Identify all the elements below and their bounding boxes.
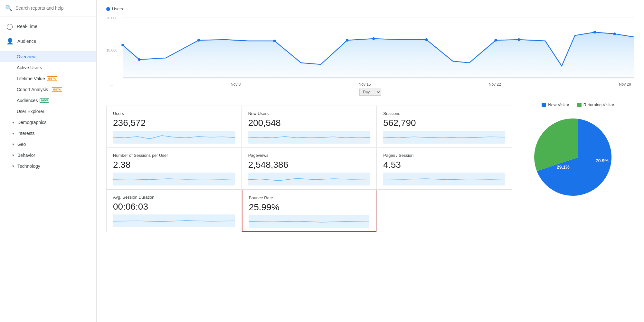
sidebar-item-interests[interactable]: ▼ Interests — [0, 128, 96, 139]
sparkline-new-users — [248, 131, 370, 144]
x-label-nov15: Nov 15 — [359, 82, 371, 87]
line-chart-container: 20,000 10,000 — [106, 14, 634, 79]
search-icon: 🔍 — [5, 5, 12, 12]
chevron-technology: ▼ — [12, 165, 15, 168]
sparkline-bounce-rate — [249, 215, 370, 228]
stats-grid-mid: Number of Sessions per User 2.38 Pagevie… — [106, 147, 512, 189]
sparkline-avg-session-duration — [113, 214, 235, 227]
stat-label-pages-per-session: Pages / Session — [383, 153, 505, 158]
svg-point-8 — [346, 39, 348, 42]
chevron-interests: ▼ — [12, 132, 15, 135]
svg-point-11 — [494, 39, 497, 42]
returning-visitor-pct-label: 29.1% — [557, 165, 570, 170]
sidebar-item-audiences[interactable]: Audiences NEW — [0, 95, 96, 106]
x-label-nov8: Nov 8 — [231, 82, 241, 87]
stat-label-pageviews: Pageviews — [248, 153, 370, 158]
main-content: Users 20,000 10,000 — [97, 0, 644, 322]
bottom-area: Users 236,572 New Users 200,548 — [97, 99, 644, 239]
sub-nav: Overview Active Users Lifetime Value BET… — [0, 51, 96, 117]
sidebar-item-demographics[interactable]: ▼ Demographics — [0, 117, 96, 128]
stats-grid-top: Users 236,572 New Users 200,548 — [106, 106, 512, 147]
stat-card-new-users: New Users 200,548 — [242, 106, 377, 147]
sidebar-item-overview[interactable]: Overview — [0, 51, 96, 62]
new-visitor-pct-label: 70.9% — [596, 158, 609, 163]
sidebar-item-realtime[interactable]: ◯ Real-Time — [0, 19, 96, 34]
date-range-select[interactable]: Day Week Month — [359, 89, 381, 96]
sidebar-item-audience-label: Audience — [17, 39, 36, 44]
sidebar-item-lifetime-value[interactable]: Lifetime Value BETA — [0, 73, 96, 84]
sidebar-item-technology[interactable]: ▼ Technology — [0, 161, 96, 172]
sidebar-item-active-users[interactable]: Active Users — [0, 62, 96, 73]
search-input[interactable] — [15, 5, 91, 11]
nav-section: ◯ Real-Time 👤 Audience — [0, 16, 96, 51]
sidebar-item-user-explorer[interactable]: User Explorer — [0, 106, 96, 117]
x-label-start: ... — [109, 82, 113, 87]
stat-value-bounce-rate: 25.99% — [249, 202, 370, 213]
sidebar-item-geo[interactable]: ▼ Geo — [0, 139, 96, 150]
stat-card-avg-session-duration: Avg. Session Duration 00:06:03 — [107, 190, 242, 232]
stat-label-bounce-rate: Bounce Rate — [249, 195, 370, 200]
collapsible-nav: ▼ Demographics ▼ Interests ▼ Geo ▼ Behav… — [0, 117, 96, 172]
stat-value-new-users: 200,548 — [248, 118, 370, 128]
svg-point-10 — [425, 38, 428, 41]
returning-visitor-label: Returning Visitor — [583, 102, 614, 107]
stat-card-pages-per-session: Pages / Session 4.53 — [377, 148, 512, 189]
stats-section: Users 236,572 New Users 200,548 — [97, 99, 522, 239]
stats-grid-bottom: Avg. Session Duration 00:06:03 Bounce Ra… — [106, 189, 512, 232]
beta-badge-lifetime: BETA — [47, 76, 57, 81]
svg-point-5 — [138, 58, 140, 61]
sparkline-sessions-per-user — [113, 173, 235, 185]
line-chart: 20,000 10,000 — [106, 14, 634, 79]
stat-label-sessions-per-user: Number of Sessions per User — [113, 153, 235, 158]
sidebar-item-realtime-label: Real-Time — [17, 24, 37, 29]
svg-point-14 — [613, 33, 616, 35]
audience-icon: 👤 — [6, 38, 14, 45]
users-legend-label: Users — [112, 6, 123, 11]
returning-visitor-dot — [577, 103, 582, 107]
beta-badge-cohort: BETA — [52, 87, 62, 92]
legend-returning-visitor: Returning Visitor — [577, 102, 614, 107]
date-selector: Day Week Month — [106, 89, 634, 96]
sidebar-item-behavior[interactable]: ▼ Behavior — [0, 150, 96, 161]
chart-x-labels: ... Nov 8 Nov 15 Nov 22 Nov 29 — [106, 82, 634, 87]
stat-card-sessions: Sessions 562,790 — [377, 106, 512, 147]
stat-value-sessions-per-user: 2.38 — [113, 160, 235, 170]
chevron-demographics: ▼ — [12, 121, 15, 124]
stats-column: Users 236,572 New Users 200,548 — [97, 99, 522, 239]
new-badge-audiences: NEW — [40, 98, 49, 103]
pie-column: New Visitor Returning Visitor — [522, 99, 644, 239]
svg-point-13 — [593, 31, 596, 33]
stat-value-sessions: 562,790 — [383, 118, 505, 128]
sparkline-pages-per-session — [383, 173, 505, 185]
chart-legend: Users — [106, 6, 634, 11]
sparkline-users — [113, 131, 235, 144]
stat-value-users: 236,572 — [113, 118, 235, 128]
stat-value-pages-per-session: 4.53 — [383, 160, 505, 170]
search-bar: 🔍 — [0, 0, 96, 16]
x-label-nov22: Nov 22 — [489, 82, 501, 87]
sparkline-sessions — [383, 131, 505, 144]
svg-point-7 — [273, 40, 276, 42]
stat-value-pageviews: 2,548,386 — [248, 160, 370, 170]
stat-card-users: Users 236,572 — [107, 106, 242, 147]
svg-text:10,000: 10,000 — [106, 48, 117, 52]
new-visitor-label: New Visitor — [548, 102, 569, 107]
svg-point-6 — [197, 39, 200, 42]
sidebar: 🔍 ◯ Real-Time 👤 Audience Overview Active… — [0, 0, 97, 322]
stat-card-bounce-rate: Bounce Rate 25.99% — [242, 190, 377, 232]
x-label-nov29: Nov 29 — [619, 82, 631, 87]
sidebar-item-cohort-analysis[interactable]: Cohort Analysis BETA — [0, 84, 96, 95]
realtime-icon: ◯ — [6, 23, 13, 30]
pie-container: 70.9% 29.1% — [522, 112, 634, 203]
stat-card-sessions-per-user: Number of Sessions per User 2.38 — [107, 148, 242, 189]
chevron-behavior: ▼ — [12, 154, 15, 157]
pie-chart: 70.9% 29.1% — [533, 112, 623, 203]
chevron-geo: ▼ — [12, 143, 15, 146]
stat-label-sessions: Sessions — [383, 111, 505, 116]
legend-new-visitor: New Visitor — [542, 102, 569, 107]
sparkline-pageviews — [248, 173, 370, 185]
stat-label-users: Users — [113, 111, 235, 116]
sidebar-item-audience[interactable]: 👤 Audience — [0, 34, 96, 49]
svg-point-12 — [517, 38, 520, 41]
stat-card-empty — [377, 190, 512, 232]
